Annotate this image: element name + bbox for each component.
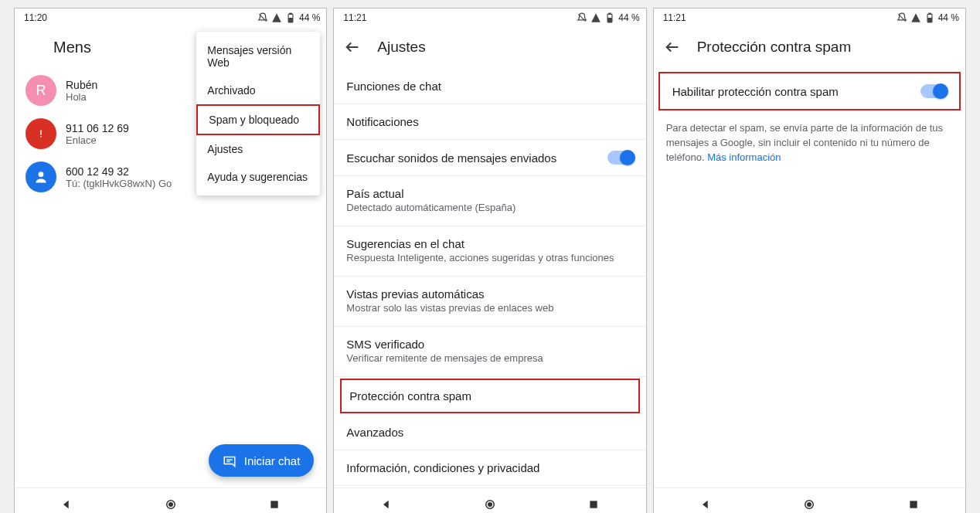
svg-rect-4 (40, 131, 42, 135)
nav-back-button[interactable] (699, 498, 713, 511)
battery-icon (604, 12, 615, 23)
battery-icon (924, 12, 935, 23)
menu-item-settings[interactable]: Ajustes (196, 135, 320, 163)
status-icons: 44 % (577, 12, 639, 23)
content-area: Habilitar protección contra spam Para de… (654, 69, 965, 488)
conversation-name: 911 06 12 69 (66, 122, 129, 134)
nav-recent-button[interactable] (267, 498, 281, 511)
nav-back-button[interactable] (379, 498, 393, 511)
fab-label: Iniciar chat (244, 454, 301, 467)
signal-icon (590, 12, 601, 23)
battery-icon (285, 12, 296, 23)
battery-percent: 44 % (938, 12, 959, 23)
arrow-back-icon (344, 39, 361, 56)
nav-bar (654, 488, 965, 513)
svg-rect-21 (910, 501, 917, 508)
conversation-name: Rubén (66, 79, 97, 91)
svg-point-14 (488, 502, 492, 507)
overflow-menu: Mensajes versión Web Archivado Spam y bl… (196, 32, 320, 195)
avatar-letter: R (26, 75, 56, 106)
enable-spam-protection-row[interactable]: Habilitar protección contra spam (658, 72, 961, 110)
toggle-label: Habilitar protección contra spam (672, 85, 839, 98)
notification-off-icon (897, 12, 907, 23)
notification-off-icon (257, 12, 268, 23)
signal-icon (271, 12, 282, 23)
nav-recent-button[interactable] (907, 498, 920, 511)
setting-about[interactable]: Información, condiciones y privacidad (334, 450, 645, 486)
screen-settings: 11:21 44 % Ajustes Funciones de chat Not… (333, 8, 646, 513)
clock: 11:21 (663, 12, 686, 23)
menu-item-web[interactable]: Mensajes versión Web (196, 36, 320, 76)
menu-item-help[interactable]: Ayuda y sugerencias (196, 163, 320, 191)
nav-home-button[interactable] (802, 498, 816, 511)
setting-advanced[interactable]: Avanzados (334, 415, 645, 450)
arrow-back-icon (664, 39, 681, 56)
status-bar: 11:21 44 % (654, 8, 965, 25)
setting-sounds[interactable]: Escuchar sonidos de mensajes enviados (334, 140, 645, 176)
page-title: Protección contra spam (697, 39, 852, 56)
toggle-switch[interactable] (920, 84, 947, 98)
start-chat-fab[interactable]: Iniciar chat (209, 444, 315, 477)
menu-item-spam-blocked[interactable]: Spam y bloqueado (196, 104, 320, 135)
chat-icon (223, 454, 236, 467)
more-info-link[interactable]: Más información (707, 151, 781, 163)
conversation-preview: Tú: (tgklHvkG8wxN) Go (66, 178, 172, 189)
svg-rect-5 (40, 136, 42, 138)
nav-bar (15, 488, 326, 513)
clock: 11:20 (24, 12, 47, 23)
battery-percent: 44 % (618, 12, 639, 23)
svg-rect-1 (290, 13, 291, 14)
conversation-preview: Hola (66, 91, 97, 103)
app-bar: Protección contra spam (654, 25, 965, 69)
setting-chat-suggestions[interactable]: Sugerencias en el chat Respuesta Intelig… (334, 226, 645, 277)
battery-percent: 44 % (299, 12, 320, 23)
setting-spam-protection[interactable]: Protección contra spam (340, 379, 639, 413)
status-icons: 44 % (257, 12, 320, 23)
toggle-switch[interactable] (607, 151, 634, 165)
setting-country[interactable]: País actual Detectado automáticamente (E… (334, 176, 645, 226)
svg-point-8 (168, 502, 173, 507)
avatar-alert (26, 118, 56, 149)
status-bar: 11:21 44 % (334, 8, 645, 25)
settings-list: Funciones de chat Notificaciones Escucha… (334, 69, 645, 488)
nav-home-button[interactable] (483, 498, 497, 511)
notification-off-icon (577, 12, 587, 23)
svg-rect-9 (271, 501, 277, 508)
svg-rect-17 (928, 13, 930, 14)
setting-notifications[interactable]: Notificaciones (334, 104, 645, 140)
svg-rect-18 (927, 19, 931, 22)
alert-icon (34, 127, 48, 141)
nav-recent-button[interactable] (587, 498, 601, 511)
app-bar: Ajustes (334, 25, 645, 69)
nav-back-button[interactable] (60, 498, 73, 511)
svg-rect-12 (608, 19, 612, 22)
clock: 11:21 (343, 12, 366, 23)
page-title: Ajustes (377, 39, 425, 56)
signal-icon (910, 12, 921, 23)
status-bar: 11:20 44 % (15, 8, 326, 25)
conversation-name: 600 12 49 32 (66, 165, 172, 178)
svg-rect-15 (590, 501, 597, 508)
avatar-person (26, 161, 56, 192)
conversation-preview: Enlace (66, 134, 129, 146)
back-button[interactable] (343, 38, 362, 56)
svg-point-20 (807, 502, 812, 507)
setting-chat-features[interactable]: Funciones de chat (334, 69, 645, 104)
page-title: Mens (53, 39, 91, 56)
back-button[interactable] (663, 38, 682, 56)
setting-previews[interactable]: Vistas previas automáticas Mostrar solo … (334, 277, 645, 327)
nav-home-button[interactable] (164, 498, 178, 511)
svg-rect-11 (609, 13, 611, 14)
status-icons: 44 % (897, 12, 959, 23)
menu-item-archived[interactable]: Archivado (196, 76, 320, 104)
svg-rect-2 (289, 19, 293, 22)
person-icon (33, 169, 49, 185)
svg-point-6 (39, 172, 44, 177)
setting-verified-sms[interactable]: SMS verificado Verificar remitente de me… (334, 327, 645, 377)
spam-info-text: Para detectar el spam, se envía parte de… (654, 114, 965, 173)
screen-messages: 11:20 44 % Mens R Rubén Hola (14, 8, 327, 513)
screen-spam-protection: 11:21 44 % Protección contra spam Habili… (653, 8, 966, 513)
nav-bar (334, 488, 645, 513)
